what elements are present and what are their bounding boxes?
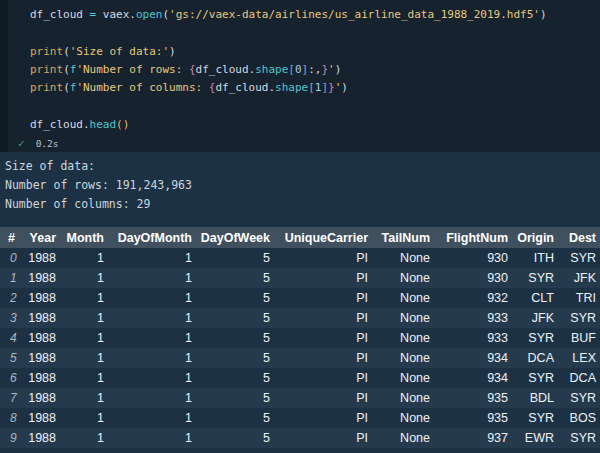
table-cell: 934 (434, 368, 512, 388)
table-cell: None (372, 388, 434, 408)
table-cell: SYR (512, 268, 558, 288)
table-cell: 933 (434, 328, 512, 348)
code-editor[interactable]: df_cloud = vaex.open('gs://vaex-data/air… (8, 0, 600, 134)
table-cell: 1 (108, 308, 196, 328)
table-cell: PI (274, 268, 372, 288)
table-cell: None (372, 368, 434, 388)
table-cell: 1988 (26, 308, 60, 328)
table-cell: 1988 (26, 328, 60, 348)
code-line: print(f'Number of rows: {df_cloud.shape[… (30, 61, 600, 79)
table-cell: DCA (558, 368, 600, 388)
execution-time: 0.2s (36, 138, 59, 149)
table-cell: None (372, 248, 434, 268)
dataframe-table: #YearMonthDayOfMonthDayOfWeekUniqueCarri… (0, 227, 600, 448)
table-cell: 933 (434, 308, 512, 328)
table-cell: PI (274, 388, 372, 408)
table-cell: 1988 (26, 248, 60, 268)
row-index-cell: 7 (0, 388, 26, 408)
table-cell: 1 (108, 328, 196, 348)
table-row: 81988115PINone935SYRBOS (0, 408, 600, 428)
table-cell: 1988 (26, 288, 60, 308)
code-line: df_cloud = vaex.open('gs://vaex-data/air… (30, 6, 600, 24)
code-line (30, 24, 600, 42)
execution-status: ✓ 0.2s (8, 135, 600, 152)
table-cell: 5 (196, 348, 274, 368)
table-cell: SYR (558, 308, 600, 328)
table-cell: BOS (558, 408, 600, 428)
table-cell: 1 (108, 288, 196, 308)
table-cell: 1 (60, 368, 108, 388)
column-header: Dest (558, 227, 600, 248)
column-header: UniqueCarrier (274, 227, 372, 248)
table-cell: 1 (108, 248, 196, 268)
table-cell: None (372, 308, 434, 328)
table-cell: None (372, 348, 434, 368)
table-cell: 1 (60, 328, 108, 348)
table-cell: PI (274, 288, 372, 308)
column-header: Origin (512, 227, 558, 248)
table-row: 11988115PINone930SYRJFK (0, 268, 600, 288)
table-cell: 1988 (26, 268, 60, 288)
table-cell: 5 (196, 248, 274, 268)
column-header: TailNum (372, 227, 434, 248)
table-cell: BUF (558, 328, 600, 348)
table-cell: None (372, 428, 434, 448)
table-cell: JFK (512, 308, 558, 328)
code-cell[interactable]: df_cloud = vaex.open('gs://vaex-data/air… (8, 0, 600, 152)
table-cell: 1 (60, 268, 108, 288)
table-cell: None (372, 268, 434, 288)
row-index-cell: 6 (0, 368, 26, 388)
table-cell: 5 (196, 408, 274, 428)
table-cell: 1 (60, 428, 108, 448)
table-cell: 5 (196, 368, 274, 388)
table-cell: 5 (196, 288, 274, 308)
code-line: df_cloud.head() (30, 116, 600, 134)
row-index-cell: 1 (0, 268, 26, 288)
table-cell: 1 (60, 348, 108, 368)
table-cell: 5 (196, 308, 274, 328)
row-index-cell: 8 (0, 408, 26, 428)
table-row: 31988115PINone933JFKSYR (0, 308, 600, 328)
row-index-cell: 0 (0, 248, 26, 268)
table-cell: SYR (512, 328, 558, 348)
table-cell: 1 (108, 428, 196, 448)
table-cell: PI (274, 348, 372, 368)
table-cell: SYR (558, 248, 600, 268)
table-cell: 1 (60, 388, 108, 408)
column-header: DayOfMonth (108, 227, 196, 248)
table-cell: None (372, 328, 434, 348)
table-row: 61988115PINone934SYRDCA (0, 368, 600, 388)
table-cell: 1 (108, 388, 196, 408)
table-cell: PI (274, 308, 372, 328)
table-cell: 1 (108, 348, 196, 368)
table-cell: None (372, 288, 434, 308)
table-cell: SYR (558, 428, 600, 448)
code-line (30, 97, 600, 115)
table-row: 01988115PINone930ITHSYR (0, 248, 600, 268)
row-index-cell: 2 (0, 288, 26, 308)
stdout-line: Size of data: (5, 157, 600, 176)
table-cell: CLT (512, 288, 558, 308)
table-cell: 1988 (26, 388, 60, 408)
table-cell: SYR (512, 368, 558, 388)
table-cell: PI (274, 408, 372, 428)
column-header: Year (26, 227, 60, 248)
table-cell: 1988 (26, 348, 60, 368)
table-cell: 1988 (26, 408, 60, 428)
column-header: # (0, 227, 26, 248)
table-row: 91988115PINone937EWRSYR (0, 428, 600, 448)
table-cell: 930 (434, 248, 512, 268)
table-row: 71988115PINone935BDLSYR (0, 388, 600, 408)
table-cell: 1 (60, 288, 108, 308)
table-cell: 5 (196, 268, 274, 288)
table-cell: ITH (512, 248, 558, 268)
table-cell: JFK (558, 268, 600, 288)
table-cell: 1 (108, 368, 196, 388)
table-cell: LEX (558, 348, 600, 368)
table-cell: 935 (434, 408, 512, 428)
table-cell: PI (274, 368, 372, 388)
table-cell: 5 (196, 328, 274, 348)
table-cell: PI (274, 248, 372, 268)
table-cell: 1 (108, 408, 196, 428)
code-line: print(f'Number of columns: {df_cloud.sha… (30, 79, 600, 97)
